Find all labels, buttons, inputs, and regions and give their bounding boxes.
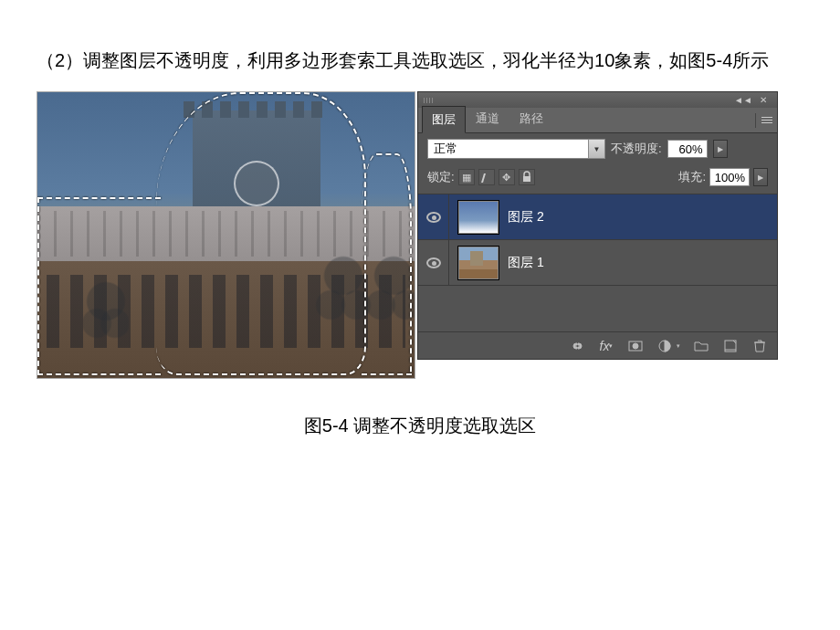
lock-transparency-button[interactable]: ▦ (458, 169, 475, 185)
layer-thumbnail[interactable] (458, 247, 499, 279)
dropdown-arrow-icon: ▾ (677, 342, 680, 350)
gripper-icon (424, 98, 435, 103)
layer-style-button[interactable]: fx▾ (598, 338, 614, 354)
layer-name[interactable]: 图层 2 (508, 209, 544, 226)
layer-name[interactable]: 图层 1 (508, 255, 544, 271)
link-layers-button[interactable] (569, 338, 585, 354)
layer-thumbnail[interactable] (458, 201, 499, 234)
panel-body: 正常 ▼ 不透明度: 60% ▶ 锁定: ▦ ✥ 填充: 100% (417, 133, 778, 360)
new-group-button[interactable] (693, 338, 709, 354)
selection-marquee (37, 197, 161, 375)
fill-slider-button[interactable]: ▶ (753, 168, 768, 186)
opacity-slider-button[interactable]: ▶ (713, 140, 728, 158)
panel-menu-button[interactable] (755, 113, 773, 128)
instruction-text: （2）调整图层不透明度，利用多边形套索工具选取选区，羽化半径为10象素，如图5-… (37, 46, 803, 75)
layer-item[interactable]: 图层 1 (418, 240, 777, 286)
blend-mode-value: 正常 (434, 141, 457, 157)
adjustment-layer-button[interactable] (656, 338, 673, 354)
svg-point-2 (633, 343, 638, 349)
panel-tabs: 图层 通道 路径 (417, 108, 778, 133)
document-canvas[interactable] (37, 91, 415, 379)
delete-layer-button[interactable] (751, 338, 768, 354)
tab-channels[interactable]: 通道 (466, 105, 509, 132)
lock-label: 锁定: (427, 169, 455, 185)
figure-caption: 图5-4 调整不透明度选取选区 (37, 414, 803, 438)
selection-marquee (362, 153, 412, 375)
visibility-toggle[interactable] (418, 194, 449, 239)
selection-marquee (156, 92, 366, 375)
layer-list: 图层 2 图层 1 (418, 194, 777, 331)
eye-icon (426, 212, 441, 223)
new-layer-button[interactable] (722, 338, 739, 354)
tab-paths[interactable]: 路径 (509, 105, 553, 132)
lock-pixels-button[interactable] (478, 169, 495, 185)
dropdown-arrow-icon: ▼ (588, 140, 604, 158)
eye-icon (426, 257, 441, 268)
layer-mask-button[interactable] (627, 338, 644, 354)
tab-layers[interactable]: 图层 (422, 106, 466, 133)
opacity-label: 不透明度: (611, 141, 662, 157)
svg-rect-0 (523, 176, 530, 182)
collapse-button[interactable]: ◄◄ (733, 95, 753, 106)
close-button[interactable]: ✕ (753, 95, 773, 106)
menu-icon (761, 117, 772, 124)
blend-mode-select[interactable]: 正常 ▼ (427, 139, 605, 159)
figure-container: ◄◄ ✕ 图层 通道 路径 正常 ▼ 不透明度: 60% ▶ 锁定: (37, 91, 803, 379)
layers-panel: ◄◄ ✕ 图层 通道 路径 正常 ▼ 不透明度: 60% ▶ 锁定: (417, 91, 778, 379)
visibility-toggle[interactable] (418, 240, 449, 285)
fill-label: 填充: (678, 169, 706, 185)
fill-input[interactable]: 100% (709, 168, 750, 186)
opacity-input[interactable]: 60% (667, 140, 708, 158)
lock-position-button[interactable]: ✥ (499, 169, 515, 185)
panel-footer: fx▾ ▾ (418, 331, 777, 359)
lock-all-button[interactable] (519, 169, 535, 185)
layer-item[interactable]: 图层 2 (418, 194, 777, 240)
